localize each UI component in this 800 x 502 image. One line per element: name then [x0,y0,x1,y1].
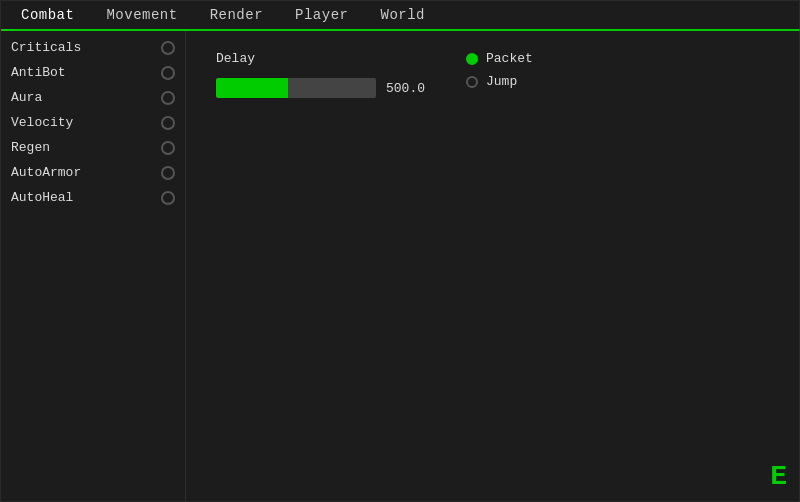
option-packet[interactable]: Packet [466,51,533,66]
radio-circle [161,141,175,155]
sidebar-item-label: Aura [11,90,42,105]
sidebar-item-regen[interactable]: Regen [1,135,185,160]
sidebar-item-label: Velocity [11,115,73,130]
tab-render[interactable]: Render [194,1,279,29]
panel-row: Delay 500.0 PacketJump [216,51,769,98]
slider-container: 500.0 [216,78,426,98]
sidebar-item-label: AutoArmor [11,165,81,180]
sidebar-item-label: Criticals [11,40,81,55]
options-section: PacketJump [466,51,533,89]
radio-circle [161,41,175,55]
tab-bar: CombatMovementRenderPlayerWorld [1,1,799,31]
sidebar-item-label: Regen [11,140,50,155]
sidebar-item-autoarmor[interactable]: AutoArmor [1,160,185,185]
main-content: CriticalsAntiBotAuraVelocityRegenAutoArm… [1,31,799,501]
radio-circle [161,166,175,180]
radio-circle [161,91,175,105]
radio-circle [161,116,175,130]
sidebar-item-label: AntiBot [11,65,66,80]
radio-circle [161,66,175,80]
option-label: Packet [486,51,533,66]
option-label: Jump [486,74,517,89]
slider-value: 500.0 [386,81,426,96]
right-panel: Delay 500.0 PacketJump E [186,31,799,501]
sidebar-item-aura[interactable]: Aura [1,85,185,110]
radio-circle [161,191,175,205]
slider-track[interactable] [216,78,376,98]
sidebar-item-label: AutoHeal [11,190,73,205]
sidebar-item-velocity[interactable]: Velocity [1,110,185,135]
tab-movement[interactable]: Movement [90,1,193,29]
slider-fill [216,78,288,98]
tab-combat[interactable]: Combat [5,1,90,31]
sidebar: CriticalsAntiBotAuraVelocityRegenAutoArm… [1,31,186,501]
sidebar-item-criticals[interactable]: Criticals [1,35,185,60]
delay-label: Delay [216,51,426,66]
option-dot [466,53,478,65]
tab-world[interactable]: World [364,1,441,29]
app-container: CombatMovementRenderPlayerWorld Critical… [0,0,800,502]
option-jump[interactable]: Jump [466,74,533,89]
option-dot [466,76,478,88]
delay-section: Delay 500.0 [216,51,426,98]
logo-corner: E [770,463,787,491]
sidebar-item-autoheal[interactable]: AutoHeal [1,185,185,210]
tab-player[interactable]: Player [279,1,364,29]
sidebar-item-antibot[interactable]: AntiBot [1,60,185,85]
